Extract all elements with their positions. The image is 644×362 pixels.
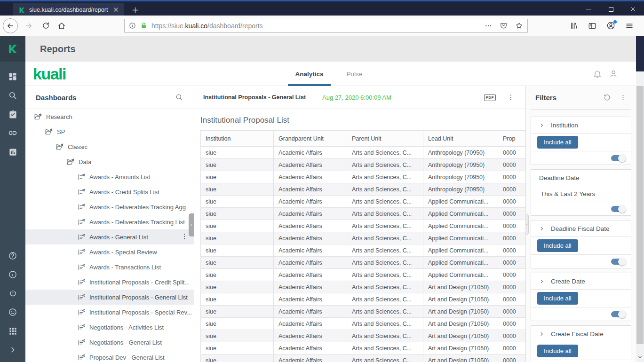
scrollbar-thumb[interactable]	[636, 86, 644, 344]
table-row[interactable]: siueAcademic AffairsArts and Sciences, C…	[201, 232, 526, 244]
include-all-button[interactable]: Include all	[537, 136, 578, 149]
column-header[interactable]: Grandparent Unit	[274, 131, 347, 147]
table-row[interactable]: siueAcademic AffairsArts and Sciences, C…	[201, 147, 526, 159]
apps-grid-icon[interactable]	[0, 322, 25, 340]
tree-item[interactable]: Classic	[25, 139, 194, 154]
reset-filters-icon[interactable]	[603, 94, 611, 102]
https-lock-icon[interactable]	[140, 22, 147, 29]
table-row[interactable]: siueAcademic AffairsArts and Sciences, C…	[201, 318, 526, 330]
table-row[interactable]: siueAcademic AffairsArts and Sciences, C…	[201, 220, 526, 232]
tree-item[interactable]: Awards - Special Review	[25, 244, 194, 260]
table-row[interactable]: siueAcademic AffairsArts and Sciences, C…	[201, 244, 526, 257]
tree-item[interactable]: Awards - Amounts List	[25, 169, 194, 184]
help-icon[interactable]	[0, 246, 25, 265]
page-scrollbar[interactable]	[636, 71, 644, 362]
table-row[interactable]: siueAcademic AffairsArts and Sciences, C…	[201, 330, 526, 342]
browser-tab[interactable]: siue.kuali.co/dashboard/report	[13, 3, 124, 17]
link-icon[interactable]	[0, 124, 25, 142]
feedback-face-icon[interactable]	[0, 303, 25, 322]
table-row[interactable]: siueAcademic AffairsArts and Sciences, C…	[201, 342, 526, 354]
logout-power-icon[interactable]	[0, 284, 25, 303]
table-row[interactable]: siueAcademic AffairsArts and Sciences, C…	[201, 196, 526, 208]
tree-item[interactable]: Awards - Transactions List	[25, 260, 194, 275]
tree-item[interactable]: Research	[25, 109, 194, 124]
filter-toggle[interactable]	[611, 206, 625, 212]
filter-card-header[interactable]: Create Fiscal Date	[531, 326, 631, 342]
tree-item-menu-kebab-icon[interactable]	[181, 233, 188, 240]
dashboards-search-icon[interactable]	[175, 93, 183, 102]
back-button[interactable]	[3, 18, 18, 33]
tree-item[interactable]: Institutional Proposals - General List	[25, 290, 194, 305]
table-row[interactable]: siueAcademic AffairsArts and Sciences, C…	[201, 257, 526, 269]
table-row[interactable]: siueAcademic AffairsArts and Sciences, C…	[201, 293, 526, 306]
pocket-icon[interactable]	[500, 22, 508, 30]
column-header[interactable]: Institution	[201, 131, 274, 147]
collapse-tree-panel-handle[interactable]	[189, 213, 194, 236]
filter-card-header[interactable]: Deadline Fiscal Date	[531, 220, 631, 236]
collapse-filters-panel-handle[interactable]	[525, 214, 529, 235]
tree-item[interactable]: Negotiations - General List	[25, 335, 194, 350]
url-input[interactable]: https://siue.kuali.co/dashboard/reports	[124, 19, 528, 33]
tree-item[interactable]: Awards - Deliverables Tracking Agg	[25, 199, 194, 214]
table-row[interactable]: siueAcademic AffairsArts and Sciences, C…	[201, 159, 526, 171]
filter-card-header[interactable]: Create Date	[531, 273, 631, 289]
tree-item[interactable]: Institutional Proposals - Special Rev...	[25, 305, 194, 320]
search-icon[interactable]	[0, 86, 25, 105]
report-timestamp[interactable]: Aug 27, 2020 6:00:09 AM	[322, 94, 391, 101]
forward-button[interactable]	[22, 22, 36, 30]
filter-card-header[interactable]: Deadline Date	[531, 170, 631, 186]
window-minimize-button[interactable]	[578, 1, 600, 17]
tree-item[interactable]: Institutional Proposals - Credit Split..…	[25, 275, 194, 290]
report-menu-kebab-icon[interactable]	[507, 94, 515, 101]
table-row[interactable]: siueAcademic AffairsArts and Sciences, C…	[201, 183, 526, 196]
window-maximize-button[interactable]	[600, 1, 622, 17]
tree-item[interactable]: Awards - General List	[25, 229, 194, 244]
tree-item[interactable]: Negotiations - Activities List	[25, 320, 194, 335]
tree-item[interactable]: SP	[25, 124, 194, 139]
account-icon[interactable]	[606, 21, 615, 30]
filter-toggle[interactable]	[611, 259, 625, 265]
table-row[interactable]: siueAcademic AffairsArts and Sciences, C…	[201, 171, 526, 183]
table-row[interactable]: siueAcademic AffairsArts and Sciences, C…	[201, 354, 526, 362]
column-header[interactable]: Prop	[498, 131, 526, 147]
include-all-button[interactable]: Include all	[537, 345, 578, 357]
pdf-export-button[interactable]: PDF	[484, 94, 496, 101]
page-info-icon[interactable]	[129, 22, 136, 29]
include-all-button[interactable]: Include all	[537, 239, 578, 252]
table-row[interactable]: siueAcademic AffairsArts and Sciences, C…	[201, 269, 526, 281]
dashboard-icon[interactable]	[0, 67, 25, 86]
menu-hamburger-icon[interactable]	[625, 22, 634, 30]
home-button[interactable]	[55, 22, 69, 30]
reload-button[interactable]	[39, 22, 53, 30]
window-close-button[interactable]	[622, 1, 644, 17]
bar-chart-icon[interactable]	[0, 142, 25, 161]
info-icon[interactable]	[0, 265, 25, 284]
tree-item[interactable]: Data	[25, 154, 194, 169]
kuali-logo-mark[interactable]	[0, 36, 25, 62]
tasks-clipboard-icon[interactable]	[0, 105, 25, 124]
notifications-bell-icon[interactable]	[593, 69, 602, 79]
tree-item[interactable]: Proposal Dev - General List	[25, 350, 194, 362]
sidebar-toggle-icon[interactable]	[588, 22, 596, 30]
table-row[interactable]: siueAcademic AffairsArts and Sciences, C…	[201, 281, 526, 293]
filter-toggle[interactable]	[611, 155, 625, 161]
include-all-button[interactable]: Include all	[537, 292, 578, 305]
tree-item[interactable]: Awards - Deliverables Tracking List	[25, 214, 194, 229]
filter-card-header[interactable]: Institution	[531, 117, 631, 133]
tab-pulse[interactable]: Pulse	[332, 62, 377, 86]
new-tab-button[interactable]	[127, 3, 143, 17]
user-profile-icon[interactable]	[609, 69, 618, 79]
expand-sidebar-chevron-icon[interactable]	[0, 340, 25, 359]
bookmark-star-icon[interactable]	[515, 22, 523, 30]
scroll-down-arrow-icon[interactable]	[637, 354, 643, 360]
table-row[interactable]: siueAcademic AffairsArts and Sciences, C…	[201, 306, 526, 318]
tab-analytics[interactable]: Analytics	[287, 62, 332, 86]
column-header[interactable]: Lead Unit	[423, 131, 498, 147]
column-header[interactable]: Parent Unit	[347, 131, 423, 147]
filter-toggle[interactable]	[611, 311, 625, 317]
library-icon[interactable]	[570, 22, 578, 30]
tree-item[interactable]: Awards - Credit Splits List	[25, 184, 194, 199]
table-row[interactable]: siueAcademic AffairsArts and Sciences, C…	[201, 208, 526, 220]
filters-menu-kebab-icon[interactable]	[620, 94, 627, 101]
page-actions-icon[interactable]	[485, 22, 492, 30]
